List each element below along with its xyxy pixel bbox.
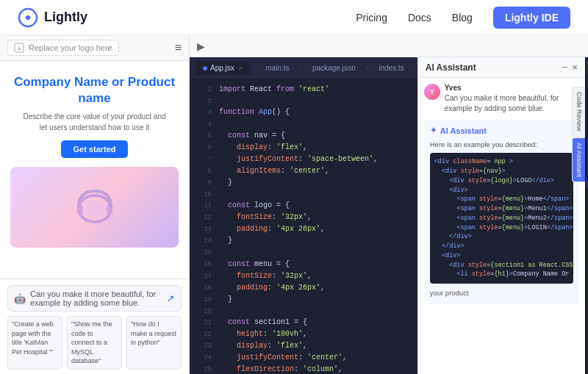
- ai-side-tabs: Code Review AI Assistant: [572, 87, 585, 182]
- tab-dot: [203, 66, 207, 71]
- code-review-tab[interactable]: Code Review: [572, 87, 585, 137]
- play-icon[interactable]: ▶: [197, 40, 205, 52]
- tab-close-icon[interactable]: ×: [239, 65, 243, 72]
- code-line: 5 const nav = {: [190, 130, 417, 142]
- chat-suggestion-2[interactable]: "How do I make a request in python": [126, 316, 182, 370]
- code-line: 10: [190, 189, 417, 200]
- ai-panel: AI Assistant − × Y Yves Can you make it …: [417, 57, 585, 374]
- nav-logo-text: Lightly: [44, 10, 87, 25]
- chat-bot-icon: 🤖: [14, 293, 26, 304]
- logo-placeholder-icon: [14, 43, 24, 53]
- code-line: 14 }: [190, 235, 417, 247]
- code-line: 25 flexDirection: 'column',: [190, 364, 417, 374]
- svg-point-6: [85, 201, 105, 217]
- code-line: 15: [190, 247, 417, 258]
- ai-response-title: AI Assistant: [440, 126, 487, 135]
- chat-suggestion-0[interactable]: "Create a web page with the title 'KatMa…: [7, 316, 62, 370]
- code-line: 3function App() {: [190, 107, 417, 118]
- main-area: Replace your logo here ≡ Company Name or…: [0, 35, 588, 374]
- ai-user-name: Yves: [445, 84, 579, 92]
- code-line: 24 justifyContent: 'center',: [190, 352, 417, 364]
- code-editor-panel: App.jsx × › main.ts › package.json › ind…: [190, 57, 417, 374]
- code-line: 9 }: [190, 177, 417, 189]
- preview-product-image: [10, 167, 179, 248]
- tab-main-ts-label: main.ts: [265, 64, 289, 72]
- code-line: 21 const section1 = {: [190, 317, 417, 328]
- code-line: 1import React from 'react': [190, 84, 417, 96]
- ai-header-icons: − ×: [562, 62, 578, 73]
- navbar: Lightly Pricing Docs Blog Lightly IDE: [0, 0, 588, 35]
- preview-headline: Company Name or Product name: [10, 74, 179, 107]
- toolbar-left: ▶: [197, 40, 205, 52]
- code-line: 11 const logo = {: [190, 200, 417, 212]
- ai-close-icon[interactable]: ×: [572, 62, 578, 73]
- code-line: 18 padding: '4px 26px',: [190, 282, 417, 294]
- code-editor-body: 1import React from 'react' 2 3function A…: [190, 79, 417, 374]
- code-line: 6 display: 'flex',: [190, 142, 417, 154]
- code-line: 19 }: [190, 294, 417, 306]
- code-line: 8 alignItems: 'center',: [190, 165, 417, 177]
- code-line: 16 const menu = {: [190, 259, 417, 270]
- code-line: 22 height: '100vh',: [190, 328, 417, 340]
- headphone-image: [65, 178, 124, 237]
- tab-app-jsx[interactable]: App.jsx ×: [196, 61, 250, 75]
- preview-panel: Replace your logo here ≡ Company Name or…: [0, 35, 190, 374]
- tab-separator: ›: [251, 64, 257, 72]
- nav-docs[interactable]: Docs: [408, 12, 431, 24]
- ai-response-desc: your product: [430, 288, 573, 298]
- tab-index-label: index.ts: [379, 64, 404, 72]
- nav-cta-button[interactable]: Lightly IDE: [493, 7, 570, 29]
- chat-suggestion-1[interactable]: "Show me the code to connect to a MySQL …: [67, 316, 122, 370]
- code-line: 12 fontSize: '32px',: [190, 212, 417, 223]
- right-content: App.jsx × › main.ts › package.json › ind…: [190, 57, 588, 374]
- code-line: 4: [190, 118, 417, 129]
- tab-package-json[interactable]: package.json: [305, 61, 363, 75]
- tab-main-ts[interactable]: main.ts: [258, 61, 296, 75]
- hamburger-icon[interactable]: ≡: [175, 41, 182, 54]
- ai-code-block: <div className= App > <div style={nav}> …: [430, 153, 573, 284]
- code-line: 20: [190, 306, 417, 317]
- code-line: 13 padding: '4px 26px',: [190, 223, 417, 235]
- editor-tabs: App.jsx × › main.ts › package.json › ind…: [190, 57, 417, 79]
- svg-point-1: [26, 15, 30, 20]
- preview-subtext: Describe the core value of your product …: [10, 111, 179, 133]
- ide-toolbar: ▶ ⬡ Preview ▾ ⊞ ↗ ⚙ ⤢: [190, 35, 588, 57]
- ai-user-content: Yves Can you make it more beautiful, for…: [445, 84, 579, 114]
- tab-app-jsx-label: App.jsx: [210, 64, 234, 72]
- tab-index-ts[interactable]: index.ts: [371, 61, 411, 75]
- right-pane: ▶ ⬡ Preview ▾ ⊞ ↗ ⚙ ⤢ A: [190, 35, 588, 374]
- code-line: 2: [190, 96, 417, 107]
- tab-pkg-label: package.json: [312, 64, 356, 72]
- ai-user-message: Y Yves Can you make it more beautiful, f…: [424, 84, 579, 114]
- chat-footer: 🤖 Can you make it more beautiful, for ex…: [0, 278, 189, 374]
- chat-input-display: Can you make it more beautiful, for exam…: [30, 290, 162, 307]
- nav-pricing[interactable]: Pricing: [356, 12, 387, 24]
- nav-blog[interactable]: Blog: [452, 12, 473, 24]
- preview-logo-placeholder: Replace your logo here: [7, 40, 119, 56]
- logo-placeholder-text: Replace your logo here: [29, 43, 112, 52]
- code-line: 23 display: 'flex',: [190, 340, 417, 352]
- preview-cta-button[interactable]: Get started: [61, 140, 127, 158]
- ai-response-block: ✦ AI Assistant Here is an example you de…: [424, 120, 579, 304]
- ai-header: AI Assistant − ×: [418, 57, 585, 78]
- preview-topbar: Replace your logo here ≡: [0, 35, 189, 61]
- ai-user-avatar: Y: [424, 84, 440, 100]
- ai-assistant-side-tab[interactable]: AI Assistant: [572, 137, 585, 182]
- ai-star-icon: ✦: [430, 126, 437, 135]
- nav-logo: Lightly: [18, 7, 87, 28]
- lightly-logo-icon: [18, 7, 38, 28]
- chat-input-row[interactable]: 🤖 Can you make it more beautiful, for ex…: [7, 285, 182, 312]
- code-line: 17 fontSize: '32px',: [190, 270, 417, 282]
- code-line: 7 justifyContent: 'space-between',: [190, 154, 417, 165]
- tab-separator-3: ›: [365, 64, 370, 72]
- ai-minimize-icon[interactable]: −: [562, 62, 568, 73]
- ai-response-intro: Here is an example you described:: [430, 140, 573, 150]
- ai-response-label: ✦ AI Assistant: [430, 126, 573, 135]
- mini-py-panel: main.py React 1import random 2 3# Create…: [585, 57, 588, 374]
- ai-panel-title: AI Assistant: [426, 62, 476, 73]
- tab-separator-2: ›: [298, 64, 304, 72]
- nav-links: Pricing Docs Blog Lightly IDE: [356, 7, 570, 29]
- ai-body: Y Yves Can you make it more beautiful, f…: [418, 78, 585, 374]
- chat-send-icon[interactable]: ↗: [166, 292, 175, 304]
- ai-user-text: Can you make it more beautiful, for exam…: [445, 93, 579, 114]
